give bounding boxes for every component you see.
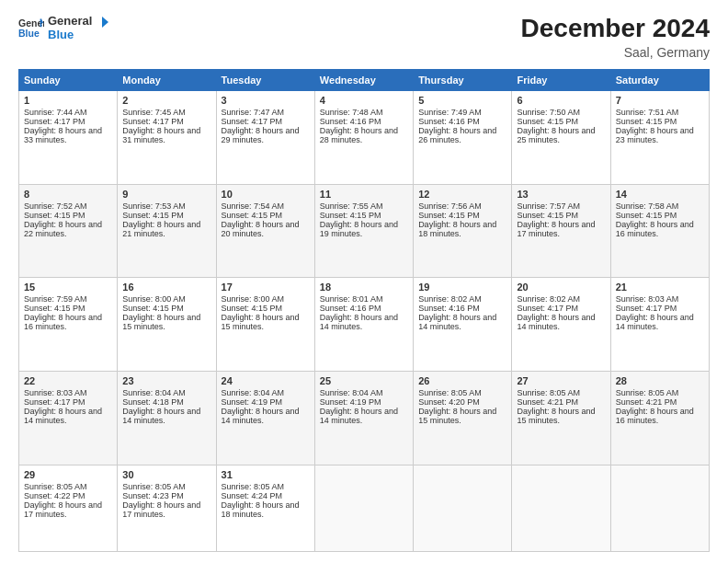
sunset: Sunset: 4:17 PM (517, 304, 578, 313)
table-row (512, 465, 610, 551)
day-number: 30 (122, 469, 210, 480)
sunset: Sunset: 4:16 PM (418, 304, 480, 313)
sunset: Sunset: 4:15 PM (122, 304, 184, 313)
daylight-label: Daylight: 8 hours and 18 minutes. (222, 500, 300, 519)
day-number: 12 (418, 189, 506, 200)
daylight-label: Daylight: 8 hours and 26 minutes. (418, 126, 496, 144)
sunset: Sunset: 4:18 PM (122, 397, 184, 407)
daylight-label: Daylight: 8 hours and 25 minutes. (517, 126, 595, 144)
logo-blue-text: Blue (48, 29, 109, 42)
day-number: 3 (222, 95, 310, 106)
table-row (414, 465, 512, 551)
col-monday: Monday (118, 69, 216, 90)
sunrise: Sunrise: 8:02 AM (517, 294, 580, 304)
sunset: Sunset: 4:15 PM (517, 117, 578, 126)
daylight-label: Daylight: 8 hours and 14 minutes. (24, 407, 102, 425)
table-row (610, 465, 709, 551)
sunrise: Sunrise: 7:57 AM (517, 201, 580, 211)
day-number: 10 (222, 189, 310, 200)
day-number: 20 (517, 282, 605, 293)
sunset: Sunset: 4:17 PM (616, 304, 677, 313)
daylight-label: Daylight: 8 hours and 18 minutes. (418, 220, 496, 238)
sunrise: Sunrise: 8:01 AM (320, 294, 383, 304)
sunrise: Sunrise: 7:51 AM (616, 108, 679, 117)
daylight-label: Daylight: 8 hours and 16 minutes. (24, 313, 102, 331)
sunrise: Sunrise: 7:44 AM (24, 108, 87, 117)
daylight-label: Daylight: 8 hours and 17 minutes. (517, 220, 595, 238)
day-number: 26 (418, 375, 506, 386)
calendar-table: Sunday Monday Tuesday Wednesday Thursday… (18, 69, 710, 552)
table-row: 13Sunrise: 7:57 AMSunset: 4:15 PMDayligh… (512, 184, 610, 278)
subtitle: Saal, Germany (521, 45, 710, 60)
sunrise: Sunrise: 8:04 AM (222, 388, 285, 397)
sunrise: Sunrise: 8:04 AM (320, 388, 383, 397)
sunset: Sunset: 4:15 PM (24, 211, 85, 220)
table-row: 19Sunrise: 8:02 AMSunset: 4:16 PMDayligh… (414, 278, 512, 372)
header: General Blue General Blue December 2024 … (18, 15, 710, 60)
main-title: December 2024 (521, 15, 710, 43)
svg-text:Blue: Blue (18, 28, 40, 39)
daylight-label: Daylight: 8 hours and 31 minutes. (122, 126, 200, 144)
sunrise: Sunrise: 8:05 AM (517, 388, 580, 397)
logo: General Blue General Blue (18, 15, 109, 42)
table-row: 22Sunrise: 8:03 AMSunset: 4:17 PMDayligh… (19, 372, 118, 465)
daylight-label: Daylight: 8 hours and 17 minutes. (24, 500, 102, 519)
sunset: Sunset: 4:22 PM (24, 491, 85, 500)
table-row: 5Sunrise: 7:49 AMSunset: 4:16 PMDaylight… (414, 90, 512, 184)
daylight-label: Daylight: 8 hours and 14 minutes. (320, 313, 398, 331)
sunrise: Sunrise: 7:48 AM (320, 108, 383, 117)
day-number: 23 (122, 375, 210, 386)
sunrise: Sunrise: 7:54 AM (222, 201, 285, 211)
daylight-label: Daylight: 8 hours and 15 minutes. (222, 313, 300, 331)
table-row: 2Sunrise: 7:45 AMSunset: 4:17 PMDaylight… (118, 90, 216, 184)
sunrise: Sunrise: 8:05 AM (122, 482, 186, 491)
table-row: 26Sunrise: 8:05 AMSunset: 4:20 PMDayligh… (414, 372, 512, 465)
sunset: Sunset: 4:21 PM (517, 397, 578, 407)
sunrise: Sunrise: 8:03 AM (24, 388, 87, 397)
table-row: 12Sunrise: 7:56 AMSunset: 4:15 PMDayligh… (414, 184, 512, 278)
col-saturday: Saturday (610, 69, 709, 90)
day-number: 27 (517, 375, 605, 386)
sunrise: Sunrise: 8:00 AM (222, 294, 285, 304)
table-row: 27Sunrise: 8:05 AMSunset: 4:21 PMDayligh… (512, 372, 610, 465)
table-row: 23Sunrise: 8:04 AMSunset: 4:18 PMDayligh… (118, 372, 216, 465)
day-number: 7 (616, 95, 704, 106)
table-row: 16Sunrise: 8:00 AMSunset: 4:15 PMDayligh… (118, 278, 216, 372)
table-row: 4Sunrise: 7:48 AMSunset: 4:16 PMDaylight… (314, 90, 413, 184)
sunrise: Sunrise: 8:05 AM (418, 388, 482, 397)
table-row: 7Sunrise: 7:51 AMSunset: 4:15 PMDaylight… (610, 90, 709, 184)
sunset: Sunset: 4:20 PM (418, 397, 480, 407)
table-row: 30Sunrise: 8:05 AMSunset: 4:23 PMDayligh… (118, 465, 216, 551)
day-number: 25 (320, 375, 408, 386)
table-row: 1Sunrise: 7:44 AMSunset: 4:17 PMDaylight… (19, 90, 118, 184)
logo-text: General (48, 15, 109, 29)
sunset: Sunset: 4:24 PM (222, 491, 283, 500)
day-number: 16 (122, 282, 210, 293)
table-row: 20Sunrise: 8:02 AMSunset: 4:17 PMDayligh… (512, 278, 610, 372)
sunrise: Sunrise: 7:49 AM (418, 108, 482, 117)
table-row: 10Sunrise: 7:54 AMSunset: 4:15 PMDayligh… (216, 184, 314, 278)
sunset: Sunset: 4:15 PM (616, 117, 677, 126)
day-number: 31 (222, 469, 310, 480)
day-number: 1 (24, 95, 112, 106)
day-number: 2 (122, 95, 210, 106)
table-row: 14Sunrise: 7:58 AMSunset: 4:15 PMDayligh… (610, 184, 709, 278)
sunrise: Sunrise: 8:05 AM (24, 482, 87, 491)
day-number: 18 (320, 282, 408, 293)
day-number: 17 (222, 282, 310, 293)
daylight-label: Daylight: 8 hours and 33 minutes. (24, 126, 102, 144)
sunrise: Sunrise: 7:52 AM (24, 201, 87, 211)
daylight-label: Daylight: 8 hours and 22 minutes. (24, 220, 102, 238)
table-row: 8Sunrise: 7:52 AMSunset: 4:15 PMDaylight… (19, 184, 118, 278)
sunrise: Sunrise: 8:05 AM (222, 482, 285, 491)
table-row: 18Sunrise: 8:01 AMSunset: 4:16 PMDayligh… (314, 278, 413, 372)
sunrise: Sunrise: 8:04 AM (122, 388, 186, 397)
sunset: Sunset: 4:17 PM (222, 117, 283, 126)
daylight-label: Daylight: 8 hours and 14 minutes. (418, 313, 496, 331)
page: General Blue General Blue December 2024 … (0, 0, 728, 563)
table-row: 24Sunrise: 8:04 AMSunset: 4:19 PMDayligh… (216, 372, 314, 465)
sunrise: Sunrise: 7:59 AM (24, 294, 87, 304)
sunset: Sunset: 4:15 PM (418, 211, 480, 220)
daylight-label: Daylight: 8 hours and 28 minutes. (320, 126, 398, 144)
sunrise: Sunrise: 8:02 AM (418, 294, 482, 304)
